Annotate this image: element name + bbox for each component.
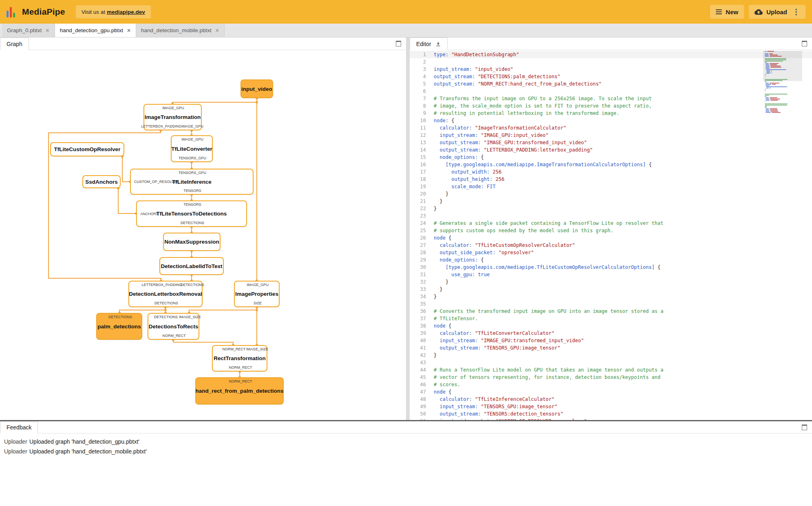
- code-line[interactable]: 41 output_stream: "TENSORS_GPU:image_ten…: [410, 344, 812, 352]
- code-line[interactable]: 47node {: [410, 388, 812, 396]
- code-line[interactable]: 20 }: [410, 190, 812, 198]
- code-line[interactable]: 26node {: [410, 234, 812, 242]
- code-line[interactable]: 44# Runs a TensorFlow Lite model on GPU …: [410, 366, 812, 374]
- code-line[interactable]: 31 use_gpu: true: [410, 271, 812, 278]
- code-line[interactable]: 22}: [410, 205, 812, 212]
- close-tab-icon[interactable]: ✕: [46, 28, 50, 33]
- code-line[interactable]: 15 node_options: {: [410, 154, 812, 161]
- file-tab-strip: Graph_0.pbtxt ✕ hand_detection_gpu.pbtxt…: [0, 24, 812, 37]
- code-line[interactable]: 46# scores.: [410, 381, 812, 388]
- file-tab-hand-detection-gpu[interactable]: hand_detection_gpu.pbtxt ✕: [55, 24, 136, 37]
- main-area: Graph input_videoImageTransformationIMAG…: [0, 37, 812, 420]
- code-line[interactable]: 35: [410, 300, 812, 308]
- code-line[interactable]: 19 scale_mode: FIT: [410, 183, 812, 190]
- port-label: TENSORS_GPU: [179, 156, 206, 160]
- code-line[interactable]: 45# vector of tensors representing, for …: [410, 374, 812, 381]
- code-editor[interactable]: 1type: "HandDetectionSubgraph"23input_st…: [410, 50, 812, 420]
- graph-node-SsdAnchors[interactable]: SsdAnchors: [82, 175, 121, 188]
- code-line[interactable]: 8# image, the scale_mode option is set t…: [410, 102, 812, 110]
- code-line[interactable]: 48 calculator: "TfLiteInferenceCalculato…: [410, 396, 812, 403]
- close-tab-icon[interactable]: ✕: [127, 28, 131, 33]
- code-line[interactable]: 13 output_stream: "IMAGE_GPU:transformed…: [410, 139, 812, 146]
- graph-node-TfLiteCustomOpResolver[interactable]: TfLiteCustomOpResolver: [50, 142, 124, 156]
- code-line[interactable]: 5output_stream: "NORM_RECT:hand_rect_fro…: [410, 80, 812, 88]
- node-title: DetectionLetterboxRemoval: [129, 291, 202, 297]
- graph-node-TfLiteConverter[interactable]: TfLiteConverterIMAGE_GPUTENSORS_GPU: [171, 135, 213, 162]
- code-line[interactable]: 42}: [410, 352, 812, 359]
- file-tab-hand-detection-mobile[interactable]: hand_detection_mobile.pbtxt ✕: [136, 24, 225, 37]
- code-line[interactable]: 17 output_width: 256: [410, 168, 812, 176]
- code-line[interactable]: 29 node_options: {: [410, 256, 812, 264]
- code-line[interactable]: 34}: [410, 293, 812, 300]
- graph-node-hand_rect_from_palm_detections[interactable]: hand_rect_from_palm_detectionsNORM_RECT: [195, 377, 284, 405]
- code-line[interactable]: 16 [type.googleapis.com/mediapipe.ImageT…: [410, 161, 812, 168]
- code-line[interactable]: 39 calculator: "TfLiteConverterCalculato…: [410, 330, 812, 337]
- code-line[interactable]: 50 output_stream: "TENSORS:detection_ten…: [410, 410, 812, 418]
- code-line[interactable]: 43: [410, 359, 812, 366]
- code-line[interactable]: 4output_stream: "DETECTIONS:palm_detecti…: [410, 73, 812, 80]
- graph-node-DetectionLetterboxRemoval[interactable]: DetectionLetterboxRemovalLETTERBOX_PADDI…: [128, 281, 203, 307]
- code-line[interactable]: 25# supports custom ops needed by the mo…: [410, 227, 812, 234]
- graph-canvas[interactable]: input_videoImageTransformationIMAGE_GPUL…: [0, 50, 406, 420]
- graph-node-input_video[interactable]: input_video: [241, 79, 273, 98]
- code-line[interactable]: 37# TfLiteTensor.: [410, 315, 812, 322]
- code-line[interactable]: 12 input_stream: "IMAGE_GPU:input_video": [410, 132, 812, 139]
- file-tab-graph0[interactable]: Graph_0.pbtxt ✕: [2, 24, 55, 37]
- visit-link[interactable]: mediapipe.dev: [107, 9, 145, 15]
- graph-node-TfLiteInference[interactable]: TfLiteInferenceTENSORS_GPUTENSORSCUSTOM_…: [130, 169, 254, 195]
- minimap[interactable]: [765, 51, 801, 420]
- code-line[interactable]: 14 output_stream: "LETTERBOX_PADDING:let…: [410, 146, 812, 154]
- code-line[interactable]: 6: [410, 88, 812, 95]
- node-title: hand_rect_from_palm_detections: [195, 388, 283, 394]
- code-line[interactable]: 9# resulting in potential letterboxing i…: [410, 110, 812, 117]
- code-line[interactable]: 30 [type.googleapis.com/mediapipe.TfLite…: [410, 264, 812, 271]
- graph-node-ImageTransformation[interactable]: ImageTransformationIMAGE_GPULETTERBOX_PA…: [143, 104, 202, 130]
- code-line[interactable]: 27 calculator: "TfLiteCustomOpResolverCa…: [410, 242, 812, 249]
- code-line[interactable]: 18 output_height: 256: [410, 176, 812, 183]
- code-line[interactable]: 49 input_stream: "TENSORS_GPU:image_tens…: [410, 403, 812, 410]
- code-line[interactable]: 51 input_side_packet: "CUSTOM_OP_RESOLVE…: [410, 418, 812, 420]
- graph-node-NonMaxSuppression[interactable]: NonMaxSuppression: [163, 233, 221, 251]
- code-line[interactable]: 1type: "HandDetectionSubgraph": [410, 51, 812, 58]
- code-line[interactable]: 23: [410, 212, 812, 220]
- more-options-icon[interactable]: ⋮: [792, 7, 800, 16]
- expand-feedback-panel-icon[interactable]: [802, 425, 807, 430]
- expand-editor-panel-icon[interactable]: [802, 41, 807, 46]
- code-line[interactable]: 32 }: [410, 278, 812, 286]
- code-line[interactable]: 11 calculator: "ImageTransformationCalcu…: [410, 124, 812, 132]
- code-line[interactable]: 36# Converts the transformed input image…: [410, 308, 812, 315]
- code-line[interactable]: 40 input_stream: "IMAGE_GPU:transformed_…: [410, 337, 812, 344]
- port-label: NORM_RECT: [229, 379, 252, 383]
- close-tab-icon[interactable]: ✕: [215, 28, 219, 33]
- line-number: 1: [410, 51, 426, 58]
- graph-node-DetectionLabelIdToText[interactable]: DetectionLabelIdToText: [159, 257, 224, 275]
- upload-button[interactable]: Upload ⋮: [749, 5, 805, 19]
- code-line[interactable]: 7# Transforms the input image on GPU to …: [410, 95, 812, 102]
- graph-node-palm_detections[interactable]: palm_detectionsDETECTIONS: [96, 313, 142, 340]
- graph-node-TfLiteTensorsToDetections[interactable]: TfLiteTensorsToDetectionsTENSORSDETECTIO…: [136, 200, 247, 227]
- node-title: NonMaxSuppression: [164, 239, 219, 245]
- code-line[interactable]: 3input_stream: "input_video": [410, 66, 812, 73]
- graph-node-RectTransformation[interactable]: RectTransformationNORM_RECTIMAGE_SIZENOR…: [212, 345, 267, 372]
- code-line[interactable]: 24# Generates a single side packet conta…: [410, 220, 812, 227]
- vertical-splitter[interactable]: [406, 37, 410, 420]
- code-line[interactable]: 2: [410, 58, 812, 66]
- feedback-tab[interactable]: Feedback: [0, 421, 38, 433]
- code-line[interactable]: 21 }: [410, 198, 812, 205]
- code-line[interactable]: 33 }: [410, 286, 812, 293]
- graph-tab[interactable]: Graph: [0, 37, 29, 50]
- expand-graph-panel-icon[interactable]: [396, 41, 401, 46]
- editor-tab[interactable]: Editor: [410, 37, 448, 50]
- line-number: 6: [410, 88, 426, 95]
- line-number: 4: [410, 73, 426, 80]
- graph-node-ImageProperties[interactable]: ImagePropertiesIMAGE_GPUSIZE: [234, 281, 280, 307]
- graph-node-DetectionsToRects[interactable]: DetectionsToRectsDETECTIONSIMAGE_SIZENOR…: [148, 313, 199, 340]
- code-line[interactable]: 10node: {: [410, 117, 812, 124]
- line-number: 40: [410, 337, 426, 344]
- node-title: TfLiteCustomOpResolver: [54, 146, 121, 152]
- download-icon[interactable]: [435, 41, 441, 47]
- new-button[interactable]: New: [710, 5, 744, 19]
- app-header: MediaPipe Visit us at mediapipe.dev New …: [0, 0, 812, 24]
- code-line[interactable]: 28 output_side_packet: "opresolver": [410, 249, 812, 256]
- code-line[interactable]: 38node {: [410, 322, 812, 330]
